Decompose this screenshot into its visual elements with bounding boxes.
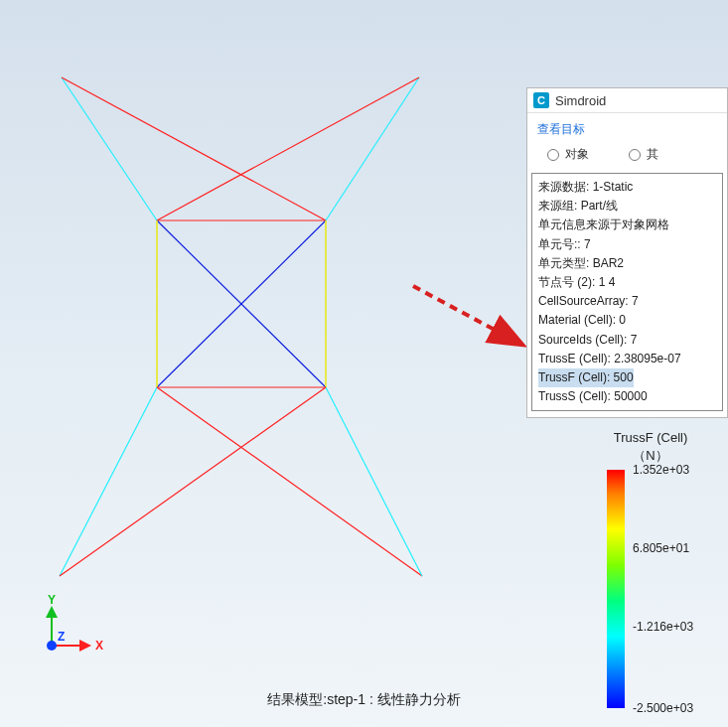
info-material-cell: Material (Cell): 0 [538,311,716,330]
radio-object-input[interactable] [547,149,559,161]
svg-line-3 [157,77,419,220]
svg-line-13 [60,387,326,576]
info-source-group: 来源组: Part/线 [538,197,716,216]
view-target-radios: 对象 其 [527,142,727,173]
axis-y-label: Y [48,593,56,607]
svg-line-1 [62,77,326,220]
info-node-ids: 节点号 (2): 1 4 [538,273,716,292]
app-title: Simdroid [555,93,606,108]
info-cell-source-array: CellSourceArray: 7 [538,292,716,311]
info-source-ids-cell: SourceIds (Cell): 7 [538,331,716,350]
app-logo-icon: C [533,92,549,108]
info-trussf-cell: TrussF (Cell): 500 [538,368,634,387]
info-element-info: 单元信息来源于对象网格 [538,216,716,234]
colorbar-ticks: 1.352e+03 6.805e+01 -1.216e+03 -2.500e+0… [629,470,700,708]
info-element-no: 单元号:: 7 [538,235,716,254]
svg-line-2 [326,77,419,220]
svg-line-10 [60,387,157,576]
tick-2: -1.216e+03 [633,620,693,634]
info-element-type: 单元类型: BAR2 [538,254,716,273]
radio-other-label: 其 [647,146,658,163]
legend-title-line2: （N） [601,447,700,465]
svg-line-11 [157,387,422,576]
radio-other-input[interactable] [629,149,641,161]
element-info-box: 来源数据: 1-Static 来源组: Part/线 单元信息来源于对象网格 单… [531,173,723,411]
svg-line-12 [326,387,422,576]
colorbar-gradient [607,470,625,708]
info-panel: C Simdroid 查看目标 对象 其 来源数据: 1-Static 来源组:… [526,87,728,418]
annotation-arrow [409,278,538,367]
colorbar-legend: TrussF (Cell) （N） 1.352e+03 6.805e+01 -1… [571,429,700,708]
axis-z-label: Z [58,630,65,644]
svg-line-0 [62,77,157,220]
tick-0: 1.352e+03 [633,463,689,477]
tick-1: 6.805e+01 [633,541,689,555]
radio-object-label: 对象 [565,146,589,163]
info-trusse-cell: TrussE (Cell): 2.38095e-07 [538,350,716,368]
legend-title-line1: TrussF (Cell) [601,429,700,447]
info-source-data: 来源数据: 1-Static [538,178,716,197]
info-trusss-cell: TrussS (Cell): 50000 [538,387,716,406]
coord-triad: X Y Z [40,594,109,667]
result-caption: 结果模型:step-1 : 线性静力分析 [0,691,728,709]
section-title: 查看目标 [527,113,727,142]
radio-object[interactable]: 对象 [547,146,589,163]
legend-title: TrussF (Cell) （N） [601,429,700,464]
svg-point-17 [47,641,57,651]
radio-other[interactable]: 其 [629,146,658,163]
panel-titlebar: C Simdroid [527,88,727,113]
axis-x-label: X [95,639,103,653]
svg-line-14 [413,286,520,344]
